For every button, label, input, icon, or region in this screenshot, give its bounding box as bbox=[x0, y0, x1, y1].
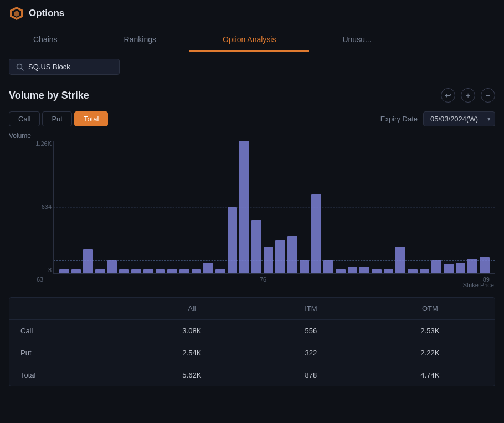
bar-16 bbox=[251, 220, 261, 273]
filter-buttons: Call Put Total bbox=[9, 111, 108, 126]
bar-6 bbox=[131, 269, 141, 273]
total-filter-button[interactable]: Total bbox=[74, 111, 108, 126]
bar-33 bbox=[456, 263, 466, 273]
toolbar-icons: ↩ + − bbox=[441, 88, 495, 103]
bar-17 bbox=[264, 247, 274, 273]
col-header-label bbox=[9, 298, 127, 320]
bar-29 bbox=[408, 269, 418, 273]
app-title: Options bbox=[29, 8, 64, 19]
svg-line-4 bbox=[22, 68, 24, 70]
zoom-in-button[interactable]: + bbox=[461, 88, 475, 103]
bar-23 bbox=[336, 269, 346, 273]
bar-7 bbox=[143, 269, 153, 273]
row-itm: 322 bbox=[256, 342, 366, 364]
bar-26 bbox=[372, 269, 382, 273]
bar-27 bbox=[384, 269, 394, 273]
header: Options bbox=[0, 0, 504, 27]
bar-28 bbox=[395, 247, 405, 273]
chart-container: Volume 1.26K 634 8 bbox=[9, 132, 495, 288]
table-row: Put 2.54K 322 2.22K bbox=[9, 342, 495, 364]
expiry-area: Expiry Date 05/03/2024(W) bbox=[380, 111, 495, 126]
put-filter-button[interactable]: Put bbox=[42, 111, 72, 126]
nav-tabs: Chains Rankings Option Analysis Unusu... bbox=[0, 27, 504, 52]
data-table: All ITM OTM Call 3.08K 556 2.53K Put 2.5… bbox=[9, 297, 495, 386]
bar-11 bbox=[192, 269, 202, 273]
bar-18 bbox=[275, 240, 285, 273]
search-icon bbox=[16, 63, 24, 71]
x-label-mid: 76 bbox=[260, 276, 266, 283]
row-label: Total bbox=[9, 364, 127, 386]
col-header-itm: ITM bbox=[256, 298, 366, 320]
bar-35 bbox=[480, 257, 490, 273]
reset-button[interactable]: ↩ bbox=[441, 88, 455, 103]
bar-10 bbox=[179, 269, 189, 273]
row-all: 3.08K bbox=[127, 320, 256, 342]
bar-32 bbox=[444, 264, 454, 273]
bars-wrapper bbox=[54, 141, 495, 273]
bar-19 bbox=[287, 236, 297, 273]
search-value: SQ.US Block bbox=[28, 63, 70, 71]
search-area: SQ.US Block bbox=[0, 52, 504, 81]
bar-3 bbox=[95, 269, 105, 273]
bar-24 bbox=[348, 267, 358, 273]
y-label-top: 1.26K bbox=[32, 141, 52, 147]
tab-unusual[interactable]: Unusu... bbox=[309, 27, 404, 52]
volume-label: Volume bbox=[9, 132, 495, 140]
bar-2 bbox=[83, 249, 93, 273]
tab-rankings[interactable]: Rankings bbox=[91, 27, 189, 52]
bar-31 bbox=[431, 260, 441, 273]
row-otm: 4.74K bbox=[366, 364, 495, 386]
search-box[interactable]: SQ.US Block bbox=[9, 59, 120, 75]
table-header-row: All ITM OTM bbox=[9, 298, 495, 320]
bar-21 bbox=[311, 194, 321, 273]
filter-row: Call Put Total Expiry Date 05/03/2024(W) bbox=[9, 111, 495, 126]
row-otm: 2.53K bbox=[366, 320, 495, 342]
row-label: Call bbox=[9, 320, 127, 342]
row-all: 2.54K bbox=[127, 342, 256, 364]
bar-12 bbox=[203, 263, 213, 273]
row-all: 5.62K bbox=[127, 364, 256, 386]
row-otm: 2.22K bbox=[366, 342, 495, 364]
main-content: Volume by Strike ↩ + − Call Put Total Ex… bbox=[0, 81, 504, 393]
section-header: Volume by Strike ↩ + − bbox=[9, 88, 495, 103]
bar-15 bbox=[239, 141, 249, 273]
bar-30 bbox=[420, 269, 430, 273]
y-label-bot: 8 bbox=[32, 267, 52, 273]
logo-area: Options bbox=[9, 6, 64, 21]
bar-14 bbox=[228, 207, 238, 274]
chart-area: 1.26K 634 8 bbox=[53, 141, 495, 274]
bar-34 bbox=[467, 259, 477, 273]
table-row: Total 5.62K 878 4.74K bbox=[9, 364, 495, 386]
row-itm: 878 bbox=[256, 364, 366, 386]
bar-0 bbox=[59, 269, 69, 273]
table-row: Call 3.08K 556 2.53K bbox=[9, 320, 495, 342]
bar-13 bbox=[215, 269, 225, 273]
col-header-all: All bbox=[127, 298, 256, 320]
bar-8 bbox=[156, 269, 166, 273]
tab-option-analysis[interactable]: Option Analysis bbox=[189, 27, 310, 52]
app-logo-icon bbox=[9, 6, 24, 21]
zoom-out-button[interactable]: − bbox=[481, 88, 495, 103]
section-title: Volume by Strike bbox=[9, 90, 89, 101]
bar-25 bbox=[359, 267, 369, 273]
bar-1 bbox=[71, 269, 81, 273]
row-label: Put bbox=[9, 342, 127, 364]
y-labels: 1.26K 634 8 bbox=[32, 141, 52, 273]
bar-4 bbox=[107, 260, 117, 273]
col-header-otm: OTM bbox=[366, 298, 495, 320]
bar-9 bbox=[167, 269, 177, 273]
y-label-mid: 634 bbox=[32, 204, 52, 210]
expiry-select[interactable]: 05/03/2024(W) bbox=[423, 111, 495, 126]
x-label-left: 63 bbox=[37, 276, 43, 283]
bar-22 bbox=[323, 260, 333, 273]
row-itm: 556 bbox=[256, 320, 366, 342]
expiry-label: Expiry Date bbox=[380, 115, 418, 123]
bar-20 bbox=[300, 260, 310, 273]
call-filter-button[interactable]: Call bbox=[9, 111, 40, 126]
tab-chains[interactable]: Chains bbox=[0, 27, 91, 52]
expiry-wrapper: 05/03/2024(W) bbox=[423, 111, 495, 126]
bar-5 bbox=[119, 269, 129, 273]
